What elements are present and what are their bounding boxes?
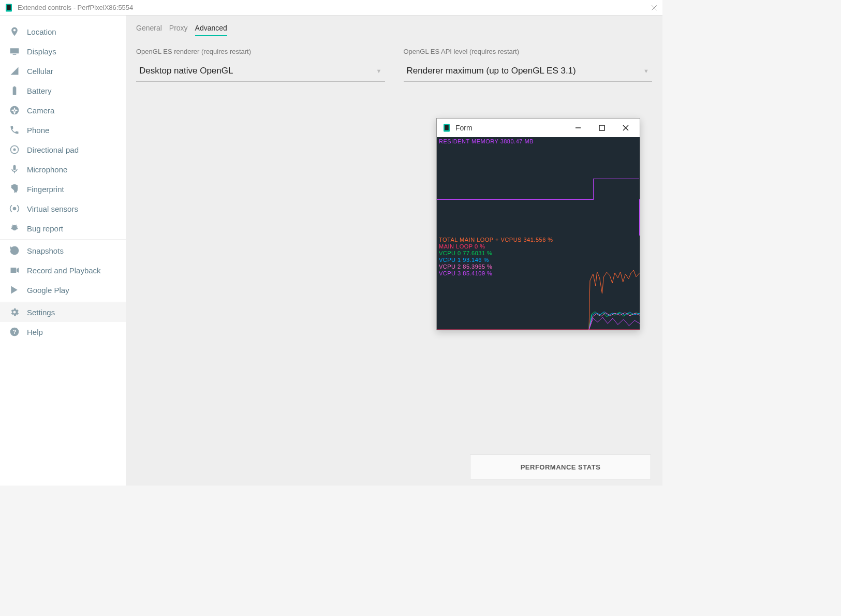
sidebar-item-virtual-sensors[interactable]: Virtual sensors [0, 199, 126, 218]
history-icon [8, 244, 21, 257]
gear-icon [8, 306, 21, 318]
sidebar-item-label: Virtual sensors [27, 204, 78, 213]
app-icon [442, 123, 451, 133]
sidebar-item-label: Google Play [27, 286, 69, 295]
renderer-select[interactable]: Desktop native OpenGL ▼ [136, 63, 385, 82]
sidebar-item-label: Microphone [27, 165, 67, 174]
form-titlebar: Form [437, 119, 640, 137]
svg-point-5 [13, 149, 16, 151]
svg-point-6 [13, 208, 16, 210]
api-level-setting: OpenGL ES API level (requires restart) R… [404, 48, 653, 82]
help-icon: ? [8, 326, 21, 338]
svg-rect-12 [599, 125, 604, 130]
sidebar-item-label: Phone [27, 126, 49, 135]
sensors-icon [8, 202, 21, 215]
video-icon [8, 264, 21, 276]
sidebar-item-bug-report[interactable]: Bug report [0, 218, 126, 238]
sidebar-item-label: Battery [27, 86, 52, 95]
play-store-icon [8, 284, 21, 296]
battery-icon [8, 84, 21, 97]
renderer-label: OpenGL ES renderer (requires restart) [136, 48, 385, 55]
sidebar-item-phone[interactable]: Phone [0, 120, 126, 140]
sidebar-item-cellular[interactable]: Cellular [0, 61, 126, 81]
sidebar-item-record-playback[interactable]: Record and Playback [0, 260, 126, 280]
camera-icon [8, 104, 21, 116]
sidebar-item-label: Camera [27, 106, 54, 115]
cpu-mainloop: MAIN LOOP 0 % [439, 243, 485, 250]
api-level-label: OpenGL ES API level (requires restart) [404, 48, 653, 55]
performance-stats-label: PERFORMANCE STATS [521, 463, 601, 471]
sidebar-item-fingerprint[interactable]: Fingerprint [0, 179, 126, 199]
displays-icon [8, 45, 21, 57]
tabbar: General Proxy Advanced [136, 24, 652, 36]
api-level-value: Renderer maximum (up to OpenGL ES 3.1) [407, 66, 576, 76]
sidebar-item-label: Fingerprint [27, 185, 64, 194]
svg-rect-10 [445, 125, 449, 130]
sidebar-item-label: Location [27, 27, 56, 36]
sidebar: Location Displays Cellular Battery Camer… [0, 16, 126, 486]
sidebar-item-label: Settings [27, 308, 55, 317]
window-title: Extended controls - PerfPixelX86:5554 [18, 4, 650, 11]
sidebar-item-snapshots[interactable]: Snapshots [0, 241, 126, 260]
svg-rect-1 [7, 5, 11, 10]
tab-proxy[interactable]: Proxy [169, 24, 188, 36]
tab-advanced[interactable]: Advanced [195, 24, 227, 36]
performance-form-window[interactable]: Form RESIDENT MEMORY 3880.47 MB TOTAL MA… [436, 118, 640, 330]
sidebar-item-label: Displays [27, 47, 56, 56]
phone-icon [8, 124, 21, 136]
sidebar-item-displays[interactable]: Displays [0, 41, 126, 61]
caret-down-icon: ▼ [643, 68, 649, 74]
bug-icon [8, 222, 21, 234]
sidebar-item-label: Record and Playback [27, 266, 101, 275]
sidebar-item-help[interactable]: ? Help [0, 322, 126, 342]
cpu-graph [437, 262, 640, 330]
cpu-vcpu0: VCPU 0 77.6031 % [439, 250, 492, 256]
sidebar-item-dpad[interactable]: Directional pad [0, 140, 126, 159]
sidebar-item-settings[interactable]: Settings [0, 302, 126, 322]
performance-chart: RESIDENT MEMORY 3880.47 MB TOTAL MAIN LO… [437, 137, 640, 330]
memory-readout: RESIDENT MEMORY 3880.47 MB [439, 138, 534, 144]
tab-general[interactable]: General [136, 24, 162, 36]
minimize-button[interactable] [566, 120, 590, 136]
performance-stats-button[interactable]: PERFORMANCE STATS [470, 454, 651, 479]
dpad-icon [8, 143, 21, 156]
app-icon [4, 3, 13, 12]
maximize-button[interactable] [590, 120, 614, 136]
sidebar-item-microphone[interactable]: Microphone [0, 159, 126, 179]
main-panel: General Proxy Advanced OpenGL ES rendere… [126, 16, 662, 486]
memory-graph-line [437, 199, 640, 236]
cpu-total: TOTAL MAIN LOOP + VCPUS 341.556 % [439, 237, 553, 243]
sidebar-item-google-play[interactable]: Google Play [0, 280, 126, 300]
sidebar-item-label: Cellular [27, 67, 53, 76]
sidebar-item-camera[interactable]: Camera [0, 100, 126, 120]
form-title: Form [455, 124, 566, 132]
sidebar-item-battery[interactable]: Battery [0, 81, 126, 100]
close-icon[interactable] [650, 4, 658, 12]
renderer-setting: OpenGL ES renderer (requires restart) De… [136, 48, 385, 82]
api-level-select[interactable]: Renderer maximum (up to OpenGL ES 3.1) ▼ [404, 63, 653, 82]
location-icon [8, 25, 21, 38]
sidebar-item-label: Bug report [27, 224, 63, 233]
sidebar-item-location[interactable]: Location [0, 22, 126, 41]
fingerprint-icon [8, 183, 21, 195]
cellular-icon [8, 65, 21, 77]
microphone-icon [8, 163, 21, 175]
sidebar-item-label: Snapshots [27, 246, 64, 255]
caret-down-icon: ▼ [376, 68, 382, 74]
titlebar: Extended controls - PerfPixelX86:5554 [0, 0, 662, 16]
renderer-value: Desktop native OpenGL [139, 66, 233, 76]
sidebar-item-label: Help [27, 328, 43, 336]
close-button[interactable] [614, 120, 638, 136]
svg-text:?: ? [13, 329, 17, 335]
sidebar-item-label: Directional pad [27, 145, 79, 154]
